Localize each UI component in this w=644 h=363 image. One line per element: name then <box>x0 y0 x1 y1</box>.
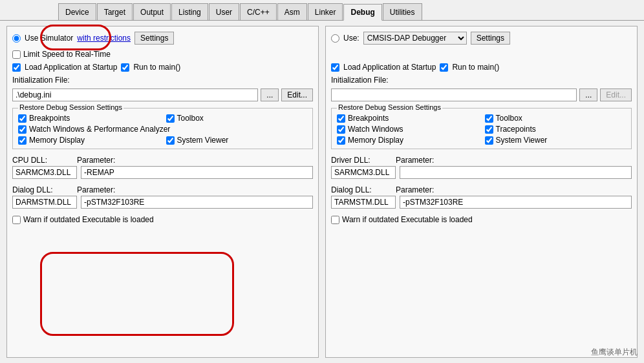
right-dialog-param-input[interactable] <box>400 196 632 209</box>
right-dialog-dll-inputs <box>331 196 632 209</box>
left-warn-row: Warn if outdated Executable is loaded <box>12 215 313 224</box>
right-dialog-dll-input[interactable] <box>331 196 396 209</box>
left-cpu-param-label: Parameter: <box>77 156 115 165</box>
right-dialog-dll-section: Dialog DLL: Parameter: <box>331 185 632 209</box>
right-breakpoints-checkbox[interactable] <box>337 114 345 123</box>
left-init-input[interactable] <box>12 88 258 101</box>
tab-user[interactable]: User <box>209 3 239 20</box>
left-toolbox-checkbox[interactable] <box>166 114 175 123</box>
right-watch-row: Watch Windows <box>337 125 478 134</box>
left-limit-speed-checkbox[interactable] <box>12 50 21 59</box>
left-toolbox-row: Toolbox <box>166 114 308 123</box>
right-driver-dll-section: Driver DLL: Parameter: <box>331 156 632 179</box>
left-limit-speed-row: Limit Speed to Real-Time <box>12 50 313 59</box>
right-settings-button[interactable]: Settings <box>471 32 510 45</box>
right-load-checkbox[interactable] <box>331 63 339 72</box>
right-memory-display-label: Memory Display <box>348 136 403 145</box>
right-edit-button[interactable]: Edit... <box>600 88 632 101</box>
tab-debug[interactable]: Debug <box>343 4 381 21</box>
right-warn-checkbox[interactable] <box>331 216 339 224</box>
main-window: Device Target Output Listing User C/C++ … <box>0 0 644 363</box>
right-warn-label: Warn if outdated Executable is loaded <box>342 215 473 224</box>
right-watch-checkbox[interactable] <box>337 125 345 134</box>
left-dialog-param-label: Parameter: <box>77 185 115 194</box>
right-restore-group: Restore Debug Session Settings Breakpoin… <box>331 108 632 149</box>
left-dialog-dll-labels: Dialog DLL: Parameter: <box>12 185 313 194</box>
left-cpu-dll-inputs <box>12 166 313 179</box>
left-run-label: Run to main() <box>133 63 180 72</box>
right-driver-param-input[interactable] <box>400 166 632 179</box>
left-dialog-dll-input[interactable] <box>12 196 77 209</box>
right-restore-legend: Restore Debug Session Settings <box>337 103 442 111</box>
right-load-row: Load Application at Startup Run to main(… <box>331 63 632 72</box>
right-run-checkbox[interactable] <box>440 63 448 72</box>
right-system-checkbox[interactable] <box>485 136 493 145</box>
right-load-label: Load Application at Startup <box>343 63 436 72</box>
left-run-checkbox[interactable] <box>121 63 129 72</box>
left-dialog-param-input[interactable] <box>81 196 313 209</box>
tab-device[interactable]: Device <box>58 3 96 20</box>
left-dll-labels: CPU DLL: Parameter: <box>12 156 313 165</box>
right-dll-labels: Driver DLL: Parameter: <box>331 156 632 165</box>
left-init-row: ... Edit... <box>12 88 313 101</box>
right-debugger-select[interactable]: CMSIS-DAP Debugger <box>363 32 467 45</box>
left-breakpoints-checkbox[interactable] <box>18 114 27 123</box>
right-tracepoints-checkbox[interactable] <box>485 125 493 134</box>
left-restore-legend: Restore Debug Session Settings <box>18 103 123 111</box>
left-memory-checkbox[interactable] <box>18 136 27 145</box>
tab-cpp[interactable]: C/C++ <box>240 3 277 20</box>
right-warn-row: Warn if outdated Executable is loaded <box>331 215 632 224</box>
right-toolbox-label: Toolbox <box>496 114 522 123</box>
left-breakpoints-label: Breakpoints <box>29 114 70 123</box>
left-cpu-dll-label: CPU DLL: <box>12 156 70 165</box>
right-toolbox-checkbox[interactable] <box>485 114 493 123</box>
left-with-restrictions-link[interactable]: with restrictions <box>77 34 131 43</box>
left-watch-checkbox[interactable] <box>18 125 27 134</box>
right-init-input[interactable] <box>331 88 577 101</box>
right-run-label: Run to main() <box>452 63 499 72</box>
left-settings-button[interactable]: Settings <box>134 32 174 45</box>
right-init-label: Initialization File: <box>331 76 632 85</box>
left-warn-checkbox[interactable] <box>12 216 21 224</box>
left-use-simulator-label: Use Simulator <box>25 34 73 43</box>
left-warn-label: Warn if outdated Executable is loaded <box>23 215 154 224</box>
tab-linker[interactable]: Linker <box>308 3 343 20</box>
right-tracepoints-row: Tracepoints <box>485 125 627 134</box>
tab-asm[interactable]: Asm <box>277 3 307 20</box>
right-driver-dll-input[interactable] <box>331 166 396 179</box>
left-use-radio[interactable] <box>12 34 21 43</box>
left-dialog-dll-label: Dialog DLL: <box>12 185 70 194</box>
right-memory-checkbox[interactable] <box>337 136 345 145</box>
right-breakpoints-row: Breakpoints <box>337 114 478 123</box>
left-limit-speed-label: Limit Speed to Real-Time <box>23 50 111 59</box>
left-load-row: Load Application at Startup Run to main(… <box>12 63 313 72</box>
left-toolbox-label: Toolbox <box>177 114 204 123</box>
tab-output[interactable]: Output <box>133 3 171 20</box>
left-edit-button[interactable]: Edit... <box>281 88 313 101</box>
right-driver-param-label: Parameter: <box>396 156 434 165</box>
right-dots-button[interactable]: ... <box>579 88 597 101</box>
left-memory-row: Memory Display <box>18 136 160 145</box>
right-driver-dll-label: Driver DLL: <box>331 156 389 165</box>
right-use-radio[interactable] <box>331 34 339 43</box>
left-cpu-dll-input[interactable] <box>12 166 77 179</box>
left-cpu-param-input[interactable] <box>81 166 313 179</box>
left-system-viewer-label: System Viewer <box>177 136 229 145</box>
left-dots-button[interactable]: ... <box>261 88 279 101</box>
left-breakpoints-row: Breakpoints <box>18 114 160 123</box>
right-breakpoints-label: Breakpoints <box>348 114 389 123</box>
right-toolbox-row: Toolbox <box>485 114 627 123</box>
left-cpu-dll-section: CPU DLL: Parameter: <box>12 156 313 179</box>
watermark: 鱼鹰谈单片机 <box>591 347 638 358</box>
left-memory-display-label: Memory Display <box>29 136 85 145</box>
tab-listing[interactable]: Listing <box>171 3 208 20</box>
right-spacer <box>331 50 632 59</box>
tab-utilities[interactable]: Utilities <box>383 3 422 20</box>
left-use-row: Use Simulator with restrictions Settings <box>12 32 313 45</box>
left-watch-row: Watch Windows & Performance Analyzer <box>18 125 307 134</box>
left-system-checkbox[interactable] <box>166 136 175 145</box>
left-load-checkbox[interactable] <box>12 63 21 72</box>
left-watch-label: Watch Windows & Performance Analyzer <box>29 125 170 134</box>
content-area: Use Simulator with restrictions Settings… <box>0 21 644 363</box>
tab-target[interactable]: Target <box>97 3 133 20</box>
